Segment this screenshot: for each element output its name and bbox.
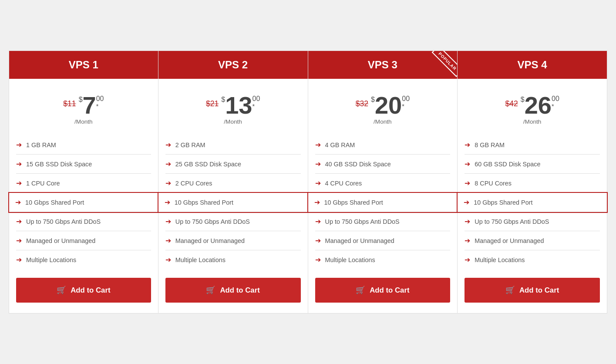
- arrow-icon: ➔: [465, 256, 470, 264]
- add-to-cart-button-vps1[interactable]: 🛒Add to Cart: [16, 278, 151, 303]
- arrow-icon: ➔: [315, 236, 321, 245]
- feature-item-vps4-6: ➔Multiple Locations: [465, 250, 600, 269]
- feature-label-vps3-5: Managed or Unmanaged: [325, 237, 394, 244]
- price-cents-vps3: 00: [402, 95, 410, 103]
- feature-label-vps3-2: 4 CPU Cores: [325, 180, 362, 187]
- currency-symbol-vps3: $: [371, 96, 375, 104]
- add-to-cart-label-vps4: Add to Cart: [519, 286, 559, 295]
- price-cents-vps2: 00: [252, 95, 260, 103]
- price-main-vps2: 13: [225, 93, 252, 118]
- price-section-vps2: $21$1300*/Month: [158, 79, 308, 135]
- arrow-icon: ➔: [16, 141, 22, 149]
- price-row-vps1: $11$700*: [63, 93, 104, 118]
- arrow-icon: ➔: [465, 179, 470, 187]
- feature-item-vps1-5: ➔Managed or Unmanaged: [16, 231, 151, 250]
- feature-label-vps3-4: Up to 750 Gbps Anti DDoS: [325, 218, 400, 225]
- feature-label-vps1-2: 1 CPU Core: [26, 180, 60, 187]
- feature-item-vps4-5: ➔Managed or Unmanaged: [465, 231, 600, 250]
- features-list-vps1: ➔1 GB RAM➔15 GB SSD Disk Space➔1 CPU Cor…: [9, 135, 158, 269]
- plan-card-vps2: VPS 2$21$1300*/Month➔2 GB RAM➔25 GB SSD …: [158, 51, 308, 313]
- feature-item-vps3-1: ➔40 GB SSD Disk Space: [315, 155, 451, 174]
- feature-item-vps4-2: ➔8 CPU Cores: [465, 174, 600, 193]
- cart-icon: 🛒: [505, 286, 515, 295]
- cta-section-vps1: 🛒Add to Cart: [9, 269, 158, 313]
- features-list-vps2: ➔2 GB RAM➔25 GB SSD Disk Space➔2 CPU Cor…: [158, 135, 308, 269]
- currency-symbol-vps2: $: [221, 96, 225, 104]
- arrow-icon: ➔: [165, 198, 170, 206]
- plan-card-vps4: VPS 4$42$2600*/Month➔8 GB RAM➔60 GB SSD …: [458, 51, 607, 313]
- feature-label-vps2-4: Up to 750 Gbps Anti DDoS: [175, 218, 250, 225]
- feature-item-vps1-0: ➔1 GB RAM: [16, 135, 151, 155]
- feature-label-vps1-3: 10 Gbps Shared Port: [25, 199, 84, 206]
- arrow-icon: ➔: [165, 179, 171, 187]
- price-row-vps3: $32$2000*: [356, 93, 410, 118]
- arrow-icon: ➔: [16, 236, 22, 245]
- arrow-icon: ➔: [165, 236, 171, 245]
- arrow-icon: ➔: [16, 160, 22, 168]
- add-to-cart-button-vps4[interactable]: 🛒Add to Cart: [465, 278, 600, 303]
- per-month-vps4: /Month: [523, 118, 542, 125]
- features-list-vps3: ➔4 GB RAM➔40 GB SSD Disk Space➔4 CPU Cor…: [308, 135, 458, 269]
- feature-label-vps4-4: Up to 750 Gbps Anti DDoS: [475, 218, 549, 225]
- price-row-vps4: $42$2600*: [505, 93, 559, 118]
- plan-card-vps1: VPS 1$11$700*/Month➔1 GB RAM➔15 GB SSD D…: [9, 51, 158, 313]
- add-to-cart-button-vps3[interactable]: 🛒Add to Cart: [315, 278, 451, 303]
- feature-item-vps2-0: ➔2 GB RAM: [165, 135, 301, 155]
- arrow-icon: ➔: [16, 179, 22, 187]
- arrow-icon: ➔: [465, 141, 470, 149]
- feature-item-vps3-2: ➔4 CPU Cores: [315, 174, 451, 193]
- arrow-icon: ➔: [315, 217, 321, 226]
- feature-item-vps2-5: ➔Managed or Unmanaged: [165, 231, 301, 250]
- old-price-vps3: $32: [356, 99, 368, 108]
- feature-label-vps4-1: 60 GB SSD Disk Space: [475, 161, 540, 168]
- popular-badge: POPULAR: [427, 51, 457, 81]
- arrow-icon: ➔: [16, 256, 22, 264]
- old-price-vps4: $42: [505, 99, 518, 108]
- per-month-vps3: /Month: [374, 118, 392, 125]
- new-price-block-vps1: $700*: [79, 93, 104, 118]
- feature-item-vps1-1: ➔15 GB SSD Disk Space: [16, 155, 151, 174]
- feature-item-vps3-4: ➔Up to 750 Gbps Anti DDoS: [315, 212, 451, 231]
- price-cents-asterisk-vps4: 00*: [552, 93, 559, 110]
- feature-item-vps4-0: ➔8 GB RAM: [465, 135, 600, 155]
- feature-label-vps4-0: 8 GB RAM: [475, 142, 505, 148]
- feature-label-vps1-1: 15 GB SSD Disk Space: [26, 161, 92, 168]
- add-to-cart-label-vps1: Add to Cart: [71, 286, 110, 295]
- arrow-icon: ➔: [315, 256, 321, 264]
- price-cents-asterisk-vps1: 00*: [96, 93, 104, 110]
- feature-item-vps1-4: ➔Up to 750 Gbps Anti DDoS: [16, 212, 151, 231]
- arrow-icon: ➔: [165, 141, 171, 149]
- add-to-cart-button-vps2[interactable]: 🛒Add to Cart: [165, 278, 301, 303]
- plan-header-vps4: VPS 4: [458, 51, 607, 79]
- feature-label-vps3-3: 10 Gbps Shared Port: [324, 199, 383, 206]
- price-row-vps2: $21$1300*: [206, 93, 260, 118]
- arrow-icon: ➔: [165, 160, 171, 168]
- price-cents-vps4: 00: [552, 95, 559, 103]
- price-section-vps1: $11$700*/Month: [9, 79, 158, 135]
- price-cents-vps1: 00: [96, 95, 104, 103]
- arrow-icon: ➔: [15, 198, 21, 206]
- cart-icon: 🛒: [57, 286, 66, 295]
- feature-label-vps4-6: Multiple Locations: [475, 256, 525, 263]
- feature-label-vps2-5: Managed or Unmanaged: [175, 237, 245, 244]
- feature-item-vps2-2: ➔2 CPU Cores: [165, 174, 301, 193]
- features-list-vps4: ➔8 GB RAM➔60 GB SSD Disk Space➔8 CPU Cor…: [458, 135, 607, 269]
- feature-label-vps2-2: 2 CPU Cores: [175, 180, 212, 187]
- feature-item-vps4-4: ➔Up to 750 Gbps Anti DDoS: [465, 212, 600, 231]
- feature-item-vps1-2: ➔1 CPU Core: [16, 174, 151, 193]
- feature-label-vps4-3: 10 Gbps Shared Port: [474, 199, 532, 206]
- price-asterisk-vps1: *: [96, 103, 99, 110]
- per-month-vps2: /Month: [224, 118, 242, 125]
- feature-item-vps2-6: ➔Multiple Locations: [165, 250, 301, 269]
- feature-item-vps2-3: ➔10 Gbps Shared Port: [158, 193, 308, 212]
- arrow-icon: ➔: [314, 198, 320, 206]
- feature-item-vps4-3: ➔10 Gbps Shared Port: [458, 193, 607, 212]
- new-price-block-vps3: $2000*: [371, 93, 410, 118]
- arrow-icon: ➔: [464, 198, 469, 206]
- feature-item-vps1-6: ➔Multiple Locations: [16, 250, 151, 269]
- price-section-vps3: $32$2000*/Month: [308, 79, 458, 135]
- currency-symbol-vps4: $: [521, 96, 525, 104]
- price-asterisk-vps3: *: [402, 103, 404, 110]
- feature-label-vps1-0: 1 GB RAM: [26, 142, 56, 148]
- plan-header-vps1: VPS 1: [9, 51, 158, 79]
